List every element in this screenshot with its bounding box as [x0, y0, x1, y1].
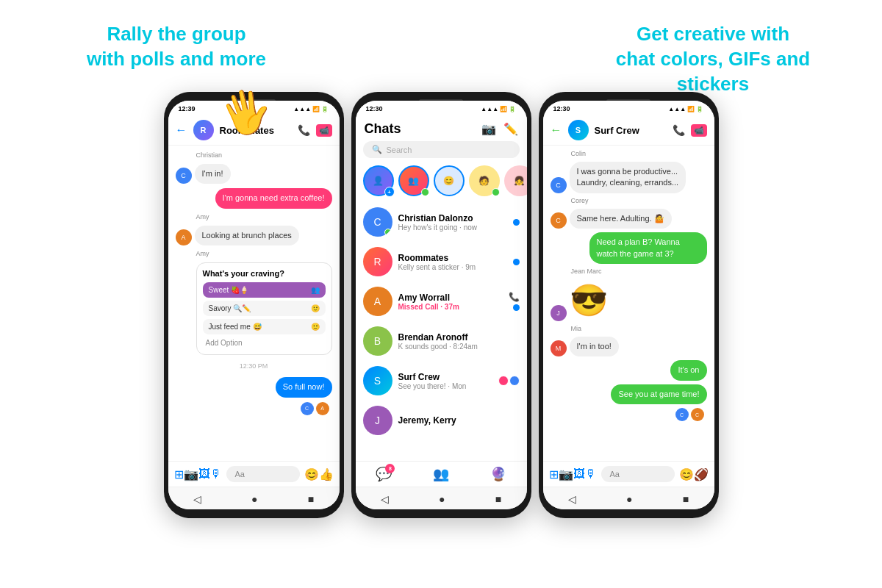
- phone-icon-3[interactable]: 📞: [673, 124, 685, 137]
- time-2: 12:30: [366, 105, 383, 112]
- tab-people[interactable]: 👥: [433, 466, 449, 482]
- back-arrow-1[interactable]: ←: [176, 123, 187, 137]
- brendan-preview: K sounds good · 8:24am: [398, 343, 520, 351]
- mic-icon-1[interactable]: 🎙: [210, 467, 222, 481]
- text-input-3[interactable]: Aa: [601, 466, 675, 482]
- chat-header-3[interactable]: ← S Surf Crew 📞 📹: [543, 115, 714, 146]
- bubble-colin: I was gonna be productive...Laundry, cle…: [570, 162, 686, 193]
- msg-christian: C I'm in!: [176, 164, 332, 184]
- time-1: 12:39: [179, 105, 196, 112]
- compose-icon[interactable]: ✏️: [503, 122, 518, 136]
- story-4[interactable]: 🧑: [469, 165, 500, 196]
- msg-me-plan: Need a plan B? Wanna watch the game at 3…: [551, 232, 707, 264]
- poll-feed-text: Just feed me 😅: [209, 323, 262, 331]
- football-icon[interactable]: 🏈: [694, 467, 709, 481]
- nav-recent-2[interactable]: ■: [495, 493, 501, 505]
- nav-back-2[interactable]: ◁: [381, 493, 389, 505]
- amy-meta: 📞: [509, 292, 520, 311]
- bottom-avatars-3: C C: [551, 408, 707, 421]
- sender-corey: Corey: [571, 197, 707, 204]
- phone-nav-1: ◁ ● ■: [168, 487, 340, 509]
- nav-home-3[interactable]: ●: [626, 493, 632, 505]
- story-add-btn[interactable]: +: [384, 187, 395, 197]
- roommates-preview: Kelly sent a sticker · 9m: [398, 263, 507, 271]
- back-arrow-3[interactable]: ←: [551, 123, 562, 137]
- chat-item-brendan[interactable]: B Brendan Aronoff K sounds good · 8:24am: [356, 321, 527, 361]
- jeremy-name: Jeremy, Kerry: [398, 415, 520, 426]
- christian-preview: Hey how's it going · now: [398, 223, 507, 232]
- chat-item-christian[interactable]: C Christian Dalonzo Hey how's it going ·…: [356, 202, 527, 242]
- poll-question: What's your craving?: [203, 269, 326, 278]
- story-2[interactable]: 👥: [398, 165, 429, 196]
- tab-chats[interactable]: 💬 8: [376, 466, 392, 482]
- surf-chat-body: Colin C I was gonna be productive...Laun…: [543, 146, 714, 461]
- scene: Rally the groupwith polls and more Get c…: [0, 0, 882, 588]
- christian-info: Christian Dalonzo Hey how's it going · n…: [398, 213, 507, 232]
- emoji-icon-1[interactable]: 😊: [304, 467, 319, 481]
- amy-preview: Missed Call · 37m: [398, 303, 503, 311]
- tab-discover[interactable]: 🔮: [490, 466, 506, 482]
- story-3[interactable]: 😊: [434, 165, 465, 196]
- search-bar[interactable]: 🔍 Search: [363, 141, 520, 158]
- video-icon[interactable]: 📹: [316, 124, 332, 137]
- right-caption-text: Get creative withchat colors, GIFs and s…: [588, 22, 838, 96]
- surf-list-avatar: S: [363, 366, 392, 395]
- nav-back-1[interactable]: ◁: [193, 493, 201, 505]
- phone-nav-3: ◁ ● ■: [543, 487, 714, 509]
- chat-item-roommates[interactable]: R Roommates Kelly sent a sticker · 9m: [356, 242, 527, 282]
- gallery-icon-3[interactable]: 🖼: [573, 467, 585, 481]
- jean-avatar: J: [551, 305, 567, 321]
- timestamp-1: 12:30 PM: [176, 362, 332, 370]
- online-indicator-story2: [421, 188, 429, 196]
- christian-avatar: C: [176, 168, 192, 184]
- chat-item-amy[interactable]: A Amy Worrall Missed Call · 37m 📞: [356, 282, 527, 321]
- roommates-list-avatar: R: [363, 247, 392, 276]
- amy-avatar: A: [176, 229, 192, 245]
- gallery-icon-1[interactable]: 🖼: [198, 467, 210, 481]
- poll-option-sweet[interactable]: Sweet 🍓🍦 👥: [203, 282, 326, 298]
- msg-me-on: It's on: [551, 360, 707, 380]
- caption-left: Rally the groupwith polls and more: [59, 22, 294, 72]
- camera-icon-1[interactable]: 📷: [184, 467, 198, 481]
- mia-avatar: M: [551, 340, 567, 356]
- roommates-avatar: R: [193, 120, 214, 140]
- story-my-avatar[interactable]: 👤 +: [363, 165, 394, 196]
- chat-list: C Christian Dalonzo Hey how's it going ·…: [356, 202, 527, 461]
- mic-icon-3[interactable]: 🎙: [585, 467, 597, 481]
- bubble-mia: I'm in too!: [570, 337, 619, 356]
- status-bar-2: 12:30 ▲▲▲ 📶 🔋: [356, 101, 527, 115]
- nav-recent-3[interactable]: ■: [683, 493, 689, 505]
- text-input-1[interactable]: Aa: [226, 466, 300, 482]
- colin-avatar: C: [551, 177, 567, 193]
- poll-feed-emoji: 🙂: [311, 323, 320, 331]
- sunglasses-emoji: 😎: [570, 282, 608, 318]
- emoji-icon-3[interactable]: 😊: [679, 467, 694, 481]
- poll-option-feed[interactable]: Just feed me 😅 🙂: [203, 319, 326, 334]
- nav-home-2[interactable]: ●: [439, 493, 445, 505]
- video-icon-3[interactable]: 📹: [691, 124, 707, 137]
- poll-option-savory[interactable]: Savory 🔍✏️ 🙂: [203, 301, 326, 316]
- surf-meta: [498, 376, 520, 386]
- phone-icon[interactable]: 📞: [298, 124, 310, 137]
- chat-badge: 8: [385, 464, 395, 473]
- poll-sweet-text: Sweet 🍓🍦: [209, 286, 249, 294]
- poll-savory-emoji: 🙂: [311, 304, 320, 312]
- jeremy-list-avatar: J: [363, 406, 392, 435]
- bubble-amy-brunch: Looking at brunch places: [195, 226, 299, 245]
- phone-1-screen: 12:39 ▲▲▲ 📶 🔋 ← R Roommates 📞 📹 Chr: [168, 101, 340, 509]
- nav-recent-1[interactable]: ■: [308, 493, 314, 505]
- nav-back-3[interactable]: ◁: [568, 493, 576, 505]
- chat-item-surf[interactable]: S Surf Crew See you there! · Mon: [356, 361, 527, 401]
- poll-savory-text: Savory 🔍✏️: [209, 304, 251, 312]
- amy-unread: [513, 304, 520, 311]
- grid-icon-3[interactable]: ⊞: [549, 467, 559, 481]
- thumb-icon-1[interactable]: 👍: [319, 467, 334, 481]
- poll-add-option[interactable]: Add Option: [203, 337, 326, 348]
- camera-icon-2[interactable]: 📷: [481, 122, 496, 136]
- chat-item-jeremy[interactable]: J Jeremy, Kerry: [356, 401, 527, 440]
- grid-icon-1[interactable]: ⊞: [174, 467, 184, 481]
- camera-icon-3[interactable]: 📷: [559, 467, 573, 481]
- nav-home-1[interactable]: ●: [251, 493, 257, 505]
- phone-nav-2: ◁ ● ■: [356, 487, 527, 509]
- story-5[interactable]: 👧: [504, 165, 527, 196]
